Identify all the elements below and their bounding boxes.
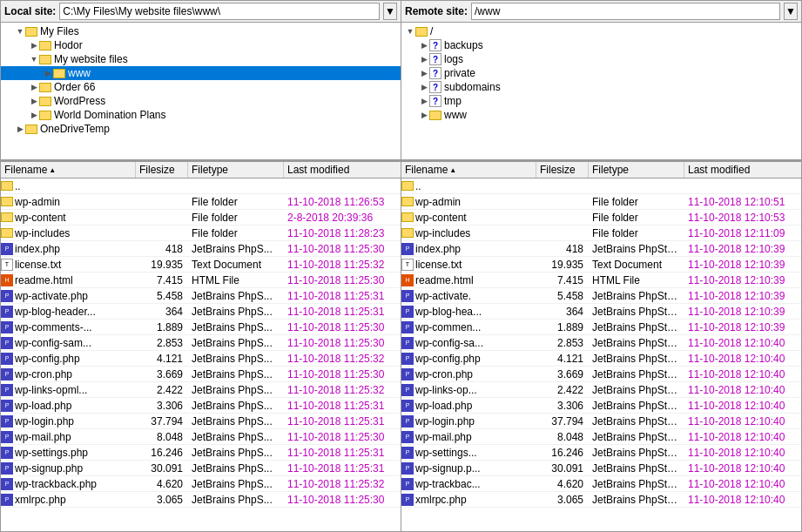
tree-item-order66[interactable]: ▶Order 66: [1, 80, 401, 94]
local-col-filename[interactable]: Filename ▲: [1, 162, 136, 178]
table-row[interactable]: Pwp-cron.php3.669JetBrains PhpStorm11-10…: [401, 367, 801, 382]
tree-item-www[interactable]: ▶www: [1, 66, 401, 80]
table-row[interactable]: Tlicense.txt19.935Text Document11-10-201…: [1, 257, 401, 273]
table-row[interactable]: Hreadme.html7.415HTML File11-10-2018 11:…: [1, 273, 401, 288]
cell-filesize: 418: [536, 243, 589, 255]
table-row[interactable]: Pwp-blog-header...364JetBrains PhpS...11…: [1, 304, 401, 320]
cell-filesize: 8.048: [536, 431, 589, 443]
cell-filename: Pwp-blog-hea...: [401, 306, 536, 318]
table-row[interactable]: Pwp-config-sa...2.853JetBrains PhpStorm1…: [401, 335, 801, 351]
table-row[interactable]: Pwp-links-op...2.422JetBrains PhpStorm11…: [401, 382, 801, 398]
cell-filename: Pwp-load.php: [401, 400, 536, 412]
table-row[interactable]: Pindex.php418JetBrains PhpStorm11-10-201…: [401, 241, 801, 257]
php-icon: P: [1, 494, 13, 506]
table-row[interactable]: Pwp-blog-hea...364JetBrains PhpStorm11-1…: [401, 304, 801, 320]
remote-path-dropdown[interactable]: ▼: [784, 3, 798, 20]
table-row[interactable]: Pwp-links-opml...2.422JetBrains PhpS...1…: [1, 382, 401, 398]
table-row[interactable]: ..: [1, 178, 401, 194]
tree-item-onedrivetemp[interactable]: ▶OneDriveTemp: [1, 122, 401, 136]
cell-filesize: 7.415: [536, 274, 589, 286]
table-row[interactable]: Pwp-load.php3.306JetBrains PhpS...11-10-…: [1, 398, 401, 414]
table-row[interactable]: Pwp-activate.5.458JetBrains PhpStorm11-1…: [401, 288, 801, 304]
cell-modified: 11-10-2018 11:25:32: [284, 478, 401, 490]
cell-filesize: 3.669: [136, 368, 188, 380]
tree-item-logs[interactable]: ▶?logs: [401, 52, 801, 66]
table-row[interactable]: Pwp-login.php37.794JetBrains PhpS...11-1…: [1, 414, 401, 429]
tree-folder-icon: [39, 41, 51, 51]
cell-modified: 11-10-2018 12:11:09: [684, 227, 801, 239]
tree-item-private[interactable]: ▶?private: [401, 66, 801, 80]
php-icon: P: [401, 462, 414, 475]
remote-col-filesize[interactable]: Filesize: [536, 162, 589, 178]
cell-modified: 11-10-2018 12:10:40: [684, 353, 801, 365]
table-row[interactable]: Pwp-config.php4.121JetBrains PhpS...11-1…: [1, 351, 401, 367]
table-row[interactable]: wp-adminFile folder11-10-2018 12:10:51: [401, 194, 801, 210]
table-row[interactable]: Pwp-settings.php16.246JetBrains PhpS...1…: [1, 445, 401, 461]
table-row[interactable]: Pwp-signup.p...30.091JetBrains PhpStorm1…: [401, 461, 801, 476]
tree-item-myfiles[interactable]: ▼My Files: [1, 24, 401, 38]
tree-item-mywebsitefiles[interactable]: ▼My website files: [1, 52, 401, 66]
table-row[interactable]: Pwp-activate.php5.458JetBrains PhpS...11…: [1, 288, 401, 304]
tree-item-wordpress[interactable]: ▶WordPress: [1, 94, 401, 108]
table-row[interactable]: wp-includesFile folder11-10-2018 11:28:2…: [1, 226, 401, 241]
table-row[interactable]: Pwp-settings...16.246JetBrains PhpStorm1…: [401, 445, 801, 461]
table-row[interactable]: Pwp-load.php3.306JetBrains PhpStorm11-10…: [401, 398, 801, 414]
table-row[interactable]: Pxmlrpc.php3.065JetBrains PhpStorm11-10-…: [401, 492, 801, 508]
cell-filename: Pwp-commen...: [401, 321, 536, 333]
table-row[interactable]: ..: [401, 178, 801, 194]
table-row[interactable]: Pwp-commen...1.889JetBrains PhpStorm11-1…: [401, 320, 801, 335]
tree-item-hodor[interactable]: ▶Hodor: [1, 38, 401, 52]
local-path-input[interactable]: [59, 3, 380, 20]
table-row[interactable]: wp-includesFile folder11-10-2018 12:11:0…: [401, 226, 801, 241]
table-row[interactable]: wp-adminFile folder11-10-2018 11:26:53: [1, 194, 401, 210]
cell-filename: wp-includes: [1, 227, 136, 239]
remote-col-filename[interactable]: Filename ▲: [401, 162, 536, 178]
local-path-dropdown[interactable]: ▼: [383, 3, 397, 20]
table-row[interactable]: wp-contentFile folder2-8-2018 20:39:36: [1, 210, 401, 226]
remote-path-input[interactable]: [471, 3, 780, 20]
cell-filename: Pxmlrpc.php: [1, 494, 136, 506]
tree-item-root[interactable]: ▼/: [401, 24, 801, 38]
tree-item-backups[interactable]: ▶?backups: [401, 38, 801, 52]
php-icon: P: [401, 415, 414, 428]
table-row[interactable]: Pwp-trackbac...4.620JetBrains PhpStorm11…: [401, 476, 801, 492]
table-row[interactable]: Pwp-signup.php30.091JetBrains PhpS...11-…: [1, 461, 401, 476]
tree-item-worlddomination[interactable]: ▶World Domination Plans: [1, 108, 401, 122]
php-icon: P: [401, 368, 414, 380]
cell-modified: 11-10-2018 12:10:40: [684, 384, 801, 396]
cell-filesize: 4.121: [136, 353, 188, 365]
tree-folder-icon: [39, 83, 51, 92]
table-row[interactable]: Pwp-cron.php3.669JetBrains PhpS...11-10-…: [1, 367, 401, 382]
cell-filename: Pwp-config.php: [1, 353, 136, 365]
table-row[interactable]: Pwp-trackback.php4.620JetBrains PhpS...1…: [1, 476, 401, 492]
cell-filetype: File folder: [188, 227, 284, 239]
remote-col-filetype[interactable]: Filetype: [589, 162, 684, 178]
table-row[interactable]: Pwp-config-sam...2.853JetBrains PhpS...1…: [1, 335, 401, 351]
table-row[interactable]: Pwp-comments-...1.889JetBrains PhpS...11…: [1, 320, 401, 335]
tree-folder-icon: [39, 111, 51, 120]
cell-filename: Pindex.php: [401, 243, 536, 255]
table-row[interactable]: Pwp-mail.php8.048JetBrains PhpStorm11-10…: [401, 429, 801, 445]
remote-col-modified[interactable]: Last modified: [684, 162, 802, 178]
cell-filesize: 1.889: [536, 321, 589, 333]
php-icon: P: [1, 353, 13, 365]
local-col-filesize[interactable]: Filesize: [136, 162, 188, 178]
table-row[interactable]: Pwp-login.php37.794JetBrains PhpStorm11-…: [401, 414, 801, 429]
table-row[interactable]: wp-contentFile folder11-10-2018 12:10:53: [401, 210, 801, 226]
local-col-modified[interactable]: Last modified: [284, 162, 401, 178]
cell-filesize: 37.794: [536, 415, 589, 428]
table-row[interactable]: Pindex.php418JetBrains PhpS...11-10-2018…: [1, 241, 401, 257]
table-row[interactable]: Hreadme.html7.415HTML File11-10-2018 12:…: [401, 273, 801, 288]
local-col-filetype[interactable]: Filetype: [188, 162, 284, 178]
tree-item-tmp[interactable]: ▶?tmp: [401, 94, 801, 108]
tree-item-subdomains[interactable]: ▶?subdomains: [401, 80, 801, 94]
table-row[interactable]: Pwp-mail.php8.048JetBrains PhpS...11-10-…: [1, 429, 401, 445]
table-row[interactable]: Pwp-config.php4.121JetBrains PhpStorm11-…: [401, 351, 801, 367]
cell-filename: Hreadme.html: [401, 274, 536, 286]
local-files-body: ..wp-adminFile folder11-10-2018 11:26:53…: [1, 178, 401, 531]
cell-modified: 11-10-2018 11:25:31: [284, 290, 401, 302]
cell-filetype: JetBrains PhpS...: [188, 353, 284, 365]
table-row[interactable]: Pxmlrpc.php3.065JetBrains PhpS...11-10-2…: [1, 492, 401, 508]
tree-item-www[interactable]: ▶www: [401, 108, 801, 122]
table-row[interactable]: Tlicense.txt19.935Text Document11-10-201…: [401, 257, 801, 273]
